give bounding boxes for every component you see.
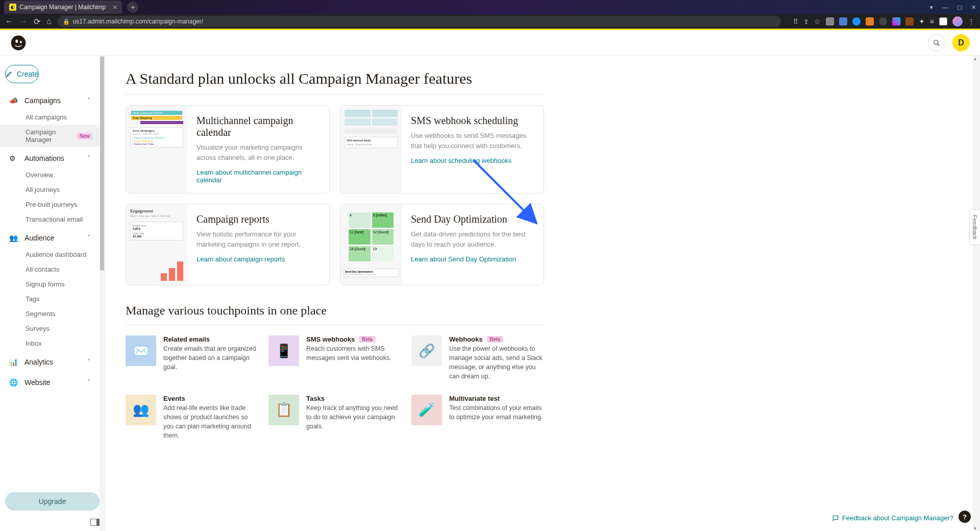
- sidebar-item-transactional-email[interactable]: Transactional email: [26, 212, 100, 227]
- ext-icon-1[interactable]: [826, 17, 834, 26]
- feature-card-sdo: 45 [better] 11 [best]12 [Good] 18 [Good]…: [340, 204, 544, 285]
- sidebar-item-all-journeys[interactable]: All journeys: [26, 182, 100, 197]
- audience-label: Audience: [24, 234, 54, 242]
- create-label: Create: [17, 70, 38, 78]
- translate-icon[interactable]: ⠿: [793, 18, 798, 26]
- sidebar-toggle-icon[interactable]: [90, 519, 100, 526]
- sidebar-item-tags[interactable]: Tags: [26, 292, 100, 306]
- sidebar-item-signup-forms[interactable]: Signup forms: [26, 277, 100, 292]
- profile-avatar[interactable]: [952, 16, 963, 27]
- list-icon[interactable]: ≡: [930, 17, 934, 26]
- touchpoint-related-emails[interactable]: ✉️ Related emails Create emails that are…: [126, 335, 258, 381]
- touchpoint-webhooks[interactable]: 🔗 WebhooksBeta Use the power of webhooks…: [411, 335, 544, 381]
- share-icon[interactable]: ⇪: [803, 18, 809, 26]
- touchpoint-title: Related emails: [163, 335, 258, 343]
- address-bar[interactable]: 🔒 us17.admin.mailchimp.com/campaign-mana…: [58, 16, 781, 27]
- favicon-icon: ◐: [9, 4, 16, 11]
- touchpoint-thumb: 🧪: [411, 395, 442, 425]
- ext-icon-3[interactable]: [852, 17, 861, 26]
- new-tab-button[interactable]: +: [127, 2, 138, 13]
- sidebar-item-segments[interactable]: Segments: [26, 306, 100, 321]
- forward-button[interactable]: →: [19, 17, 28, 26]
- touchpoint-desc: Use the power of webhooks to manage soci…: [449, 344, 544, 381]
- extensions-icon[interactable]: ✦: [919, 17, 925, 26]
- ext-icon-7[interactable]: [905, 17, 914, 26]
- create-button[interactable]: Create: [5, 65, 39, 83]
- sidebar-scrollbar[interactable]: [100, 56, 105, 531]
- user-avatar[interactable]: D: [952, 34, 970, 52]
- nav-header-automations[interactable]: ⚙ Automations ˄: [0, 149, 100, 167]
- touchpoint-events[interactable]: 👥 Events Add real-life events like trade…: [126, 395, 258, 441]
- touchpoint-thumb: 🔗: [411, 335, 442, 366]
- nav-section-automations: ⚙ Automations ˄ Overview All journeys Pr…: [0, 149, 100, 227]
- pencil-icon: [6, 70, 13, 78]
- sidebar-item-overview[interactable]: Overview: [26, 167, 100, 182]
- upgrade-button[interactable]: Upgrade: [5, 492, 100, 511]
- main-scrollbar[interactable]: ▴▾: [973, 56, 980, 531]
- nav-header-audience[interactable]: 👥 Audience ˄: [0, 229, 100, 247]
- nav-header-campaigns[interactable]: 📣 Campaigns ˄: [0, 91, 100, 110]
- feedback-link[interactable]: Feedback about Campaign Manager?: [832, 514, 953, 522]
- mailchimp-logo[interactable]: [10, 35, 27, 51]
- sidebar-item-prebuilt-journeys[interactable]: Pre-built journeys: [26, 197, 100, 212]
- nav-section-campaigns: 📣 Campaigns ˄ All campaigns Campaign Man…: [0, 91, 100, 147]
- feature-link-calendar[interactable]: Learn about multichannel campaign calend…: [197, 168, 320, 184]
- campaigns-label: Campaigns: [24, 96, 61, 105]
- app-body: Create 📣 Campaigns ˄ All campaigns Campa…: [0, 56, 980, 531]
- svg-point-3: [934, 40, 938, 44]
- help-button[interactable]: ?: [959, 511, 971, 523]
- nav-section-audience: 👥 Audience ˄ Audience dashboard All cont…: [0, 229, 100, 351]
- ext-icon-5[interactable]: [879, 17, 887, 26]
- feature-desc: Get data-driven predictions for the best…: [411, 229, 534, 249]
- badge-beta: Beta: [359, 336, 376, 343]
- feature-thumb-calendar: New Customer Promo Free Shipping June ca…: [126, 106, 187, 193]
- home-button[interactable]: ⌂: [46, 17, 52, 26]
- svg-point-2: [20, 41, 22, 43]
- sidebar-item-inbox[interactable]: Inbox: [26, 336, 100, 351]
- feedback-tab[interactable]: Feedback: [969, 209, 980, 245]
- reload-button[interactable]: ⟳: [34, 17, 40, 27]
- nav-header-website[interactable]: 🌐 Website ˅: [0, 373, 100, 392]
- maximize-icon[interactable]: ▢: [957, 4, 962, 11]
- touchpoint-title: Tasks: [306, 395, 401, 402]
- browser-chrome: ◐ Campaign Manager | Mailchimp × + ▾ — ▢…: [0, 0, 980, 29]
- ext-icon-8[interactable]: [939, 17, 947, 26]
- website-label: Website: [24, 378, 50, 387]
- chart-icon: 📊: [9, 358, 18, 366]
- touchpoint-thumb: 📱: [268, 335, 299, 366]
- back-button[interactable]: ←: [5, 17, 13, 26]
- sidebar-item-all-contacts[interactable]: All contacts: [26, 262, 100, 277]
- divider: [126, 94, 544, 95]
- feature-link-reports[interactable]: Learn about campaign reports: [197, 255, 320, 263]
- search-button[interactable]: [928, 34, 945, 52]
- touchpoint-title: Events: [163, 395, 258, 402]
- nav-header-analytics[interactable]: 📊 Analytics ˅: [0, 353, 100, 371]
- menu-icon[interactable]: ⋮: [968, 17, 975, 26]
- lock-icon: 🔒: [63, 18, 70, 25]
- caret-down-icon[interactable]: ▾: [930, 4, 933, 11]
- section-heading-touchpoints: Manage various touchpoints in one place: [126, 304, 544, 318]
- feature-thumb-sms: SMS webhook details Name Discount code: [340, 106, 402, 193]
- close-icon[interactable]: ×: [113, 3, 117, 11]
- feature-link-sdo[interactable]: Learn about Send Day Optimization: [411, 255, 534, 263]
- touchpoint-desc: Create emails that are organized togethe…: [163, 344, 258, 372]
- main-content: A Standard plan unlocks all Campaign Man…: [105, 56, 980, 531]
- touchpoint-sms-webhooks[interactable]: 📱 SMS webhooksBeta Reach customers with …: [268, 335, 401, 381]
- browser-tab[interactable]: ◐ Campaign Manager | Mailchimp ×: [4, 1, 122, 14]
- ext-icon-4[interactable]: [866, 17, 874, 26]
- ext-icon-6[interactable]: [892, 17, 900, 26]
- touchpoint-tasks[interactable]: 📋 Tasks Keep track of anything you need …: [268, 395, 401, 441]
- sidebar-item-audience-dashboard[interactable]: Audience dashboard: [26, 247, 100, 262]
- chevron-down-icon: ˅: [87, 358, 90, 366]
- feature-title: SMS webhook scheduling: [411, 115, 534, 127]
- sidebar-item-all-campaigns[interactable]: All campaigns: [26, 110, 100, 125]
- star-icon[interactable]: ☆: [814, 17, 821, 26]
- minimize-icon[interactable]: —: [942, 4, 948, 11]
- sidebar-item-surveys[interactable]: Surveys: [26, 321, 100, 336]
- ext-icon-2[interactable]: [839, 17, 847, 26]
- feature-link-sms[interactable]: Learn about scheduling webhooks: [411, 157, 534, 164]
- tab-title: Campaign Manager | Mailchimp: [19, 4, 106, 11]
- touchpoint-multivariate[interactable]: 🧪 Multivariate test Test combinations of…: [411, 395, 544, 441]
- close-window-icon[interactable]: ✕: [971, 4, 976, 11]
- sidebar-item-campaign-manager[interactable]: Campaign Manager New: [0, 125, 100, 147]
